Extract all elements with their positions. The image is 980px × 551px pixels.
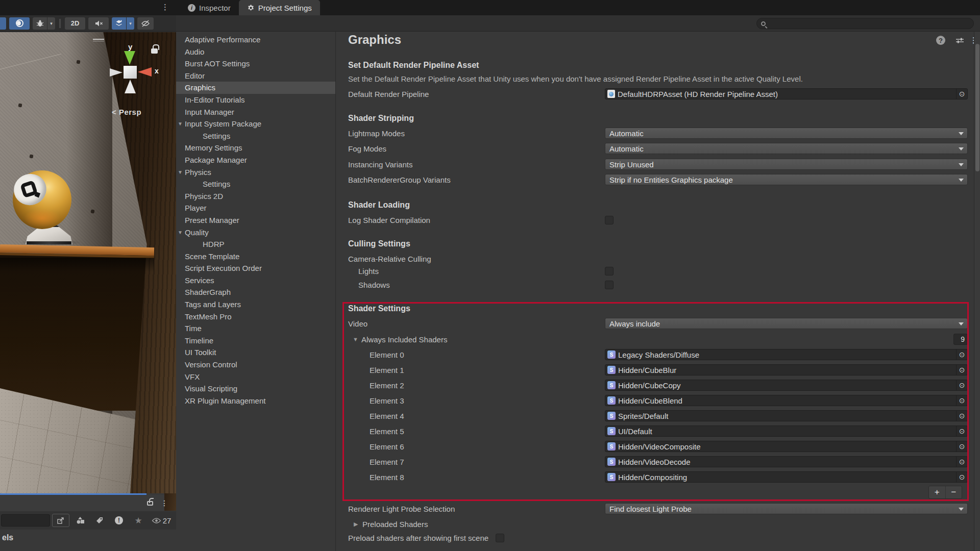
- sidebar-item[interactable]: ▼ Quality: [176, 227, 335, 239]
- gizmo-center-cube[interactable]: [124, 66, 137, 79]
- sidebar-item[interactable]: Editor: [176, 70, 335, 82]
- projection-toggle[interactable]: < Persp: [112, 108, 141, 116]
- sidebar-item[interactable]: Script Execution Order: [176, 262, 335, 274]
- shadows-culling-checkbox[interactable]: [605, 281, 614, 289]
- presets-icon[interactable]: [955, 37, 964, 44]
- asset-field[interactable]: [1, 514, 50, 527]
- log-shader-compilation-checkbox[interactable]: [605, 216, 614, 224]
- sidebar-item[interactable]: Physics 2D: [176, 190, 335, 203]
- debug-dropdown-button[interactable]: ▾: [47, 17, 55, 30]
- lighting-toggle-button[interactable]: [9, 17, 30, 30]
- help-icon[interactable]: ?: [936, 36, 945, 45]
- orientation-gizmo[interactable]: y x < Persp: [110, 42, 166, 134]
- sidebar-item[interactable]: In-Editor Tutorials: [176, 94, 335, 106]
- shader-object-field[interactable]: S Legacy Shaders/Diffuse ⊙: [605, 349, 968, 360]
- shader-object-field[interactable]: S Hidden/CubeBlend ⊙: [605, 395, 968, 406]
- sidebar-item[interactable]: ▼ Input System Package: [176, 118, 335, 130]
- gizmo-y-axis-cone[interactable]: [124, 51, 135, 65]
- sidebar-item[interactable]: XR Plugin Management: [176, 395, 335, 407]
- labels-button[interactable]: [91, 514, 108, 527]
- object-picker-icon[interactable]: ⊙: [956, 426, 967, 436]
- instancing-variants-dropdown[interactable]: Strip Unused: [605, 159, 968, 170]
- sidebar-item[interactable]: Burst AOT Settings: [176, 58, 335, 70]
- sidebar-item[interactable]: ShaderGraph: [176, 286, 335, 298]
- sidebar-item[interactable]: Preset Manager: [176, 214, 335, 227]
- 2d-toggle-button[interactable]: 2D: [65, 17, 85, 30]
- sidebar-item[interactable]: UI Toolkit: [176, 346, 335, 359]
- sidebar-item[interactable]: TextMesh Pro: [176, 311, 335, 323]
- array-size-field[interactable]: 9: [953, 334, 968, 345]
- foldout-label[interactable]: Always Included Shaders: [361, 335, 605, 344]
- shader-object-field[interactable]: S Hidden/CubeCopy ⊙: [605, 380, 968, 391]
- maximize-button[interactable]: [52, 514, 69, 527]
- scene-visibility-button[interactable]: [137, 17, 154, 30]
- gizmo-lock-icon[interactable]: [151, 48, 158, 54]
- sidebar-item[interactable]: Visual Scripting: [176, 383, 335, 395]
- sidebar-item[interactable]: HDRP: [176, 238, 335, 251]
- sidebar-item[interactable]: VFX: [176, 371, 335, 383]
- scene-menu-kebab-icon[interactable]: ⋮: [161, 3, 169, 12]
- light-probe-dropdown[interactable]: Find closest Light Probe: [605, 503, 968, 514]
- shader-object-field[interactable]: S UI/Default ⊙: [605, 425, 968, 437]
- unlock-icon[interactable]: [147, 501, 153, 506]
- object-picker-icon[interactable]: ⊙: [956, 365, 967, 375]
- sidebar-item[interactable]: Player: [176, 202, 335, 214]
- sidebar-item[interactable]: Input Manager: [176, 106, 335, 118]
- shader-object-field[interactable]: S Hidden/Compositing ⊙: [605, 471, 968, 483]
- foldout-closed-icon[interactable]: ▶: [354, 521, 362, 528]
- sidebar-item[interactable]: Tags and Layers: [176, 298, 335, 311]
- fog-modes-dropdown[interactable]: Automatic: [605, 143, 968, 154]
- sidebar-item[interactable]: Settings: [176, 178, 335, 190]
- gizmo-x-axis-cone[interactable]: [138, 67, 152, 77]
- render-pipeline-object-field[interactable]: DefaultHDRPAsset (HD Render Pipeline Ass…: [605, 88, 968, 99]
- sidebar-item[interactable]: Timeline: [176, 335, 335, 347]
- foldout-triangle-icon[interactable]: ▼: [178, 118, 184, 130]
- gizmo-z-axis-cone[interactable]: [110, 68, 122, 77]
- object-picker-icon[interactable]: ⊙: [956, 441, 967, 452]
- gizmos-button[interactable]: [71, 514, 89, 527]
- brg-variants-dropdown[interactable]: Strip if no Entities Graphics package: [605, 174, 968, 185]
- audio-mute-button[interactable]: [88, 17, 109, 30]
- object-picker-icon[interactable]: ⊙: [956, 395, 967, 406]
- gizmo-front-cone[interactable]: [125, 80, 136, 93]
- scene-view[interactable]: y x < Persp: [0, 32, 176, 493]
- scrollbar-thumb[interactable]: [975, 44, 979, 171]
- sidebar-item[interactable]: Graphics: [176, 82, 335, 94]
- effects-button[interactable]: [112, 17, 126, 30]
- lights-culling-checkbox[interactable]: [605, 267, 614, 276]
- shader-object-field[interactable]: S Sprites/Default ⊙: [605, 410, 968, 421]
- video-shaders-dropdown[interactable]: Always include: [605, 318, 968, 329]
- sidebar-item[interactable]: Package Manager: [176, 154, 335, 166]
- sidebar-item[interactable]: Time: [176, 322, 335, 335]
- search-input[interactable]: [756, 18, 974, 29]
- sidebar-item[interactable]: Settings: [176, 130, 335, 142]
- sidebar-item[interactable]: ▼ Physics: [176, 166, 335, 179]
- sidebar-item[interactable]: Services: [176, 274, 335, 287]
- add-element-button[interactable]: +: [929, 486, 946, 498]
- effects-dropdown-button[interactable]: ▾: [126, 17, 134, 30]
- shader-object-field[interactable]: S Hidden/CubeBlur ⊙: [605, 364, 968, 375]
- object-picker-icon[interactable]: ⊙: [956, 89, 967, 99]
- object-picker-icon[interactable]: ⊙: [956, 349, 967, 360]
- shader-object-field[interactable]: S Hidden/VideoComposite ⊙: [605, 441, 968, 452]
- visibility-counter[interactable]: 27: [149, 514, 174, 527]
- sidebar-item[interactable]: Memory Settings: [176, 142, 335, 154]
- sidebar-item[interactable]: Adaptive Performance: [176, 34, 335, 46]
- debug-bug-button[interactable]: [33, 17, 47, 30]
- object-picker-icon[interactable]: ⊙: [956, 457, 967, 467]
- foldout-triangle-icon[interactable]: ▼: [178, 227, 184, 239]
- foldout-label[interactable]: Preloaded Shaders: [362, 520, 619, 529]
- sidebar-item[interactable]: Audio: [176, 46, 335, 58]
- draw-mode-button-partial[interactable]: [0, 17, 6, 30]
- foldout-triangle-icon[interactable]: ▼: [178, 166, 184, 179]
- panel-kebab-icon[interactable]: ⋮: [161, 499, 168, 507]
- object-picker-icon[interactable]: ⊙: [956, 380, 967, 390]
- preload-after-scene-checkbox[interactable]: [496, 534, 504, 542]
- lightmap-modes-dropdown[interactable]: Automatic: [605, 128, 968, 139]
- vertical-scrollbar[interactable]: [974, 32, 980, 551]
- sidebar-item[interactable]: Scene Template: [176, 251, 335, 263]
- tab-inspector[interactable]: i Inspector: [180, 0, 239, 15]
- tab-project-settings[interactable]: Project Settings: [239, 0, 320, 15]
- object-picker-icon[interactable]: ⊙: [956, 411, 967, 421]
- favorites-button[interactable]: ★: [130, 514, 147, 527]
